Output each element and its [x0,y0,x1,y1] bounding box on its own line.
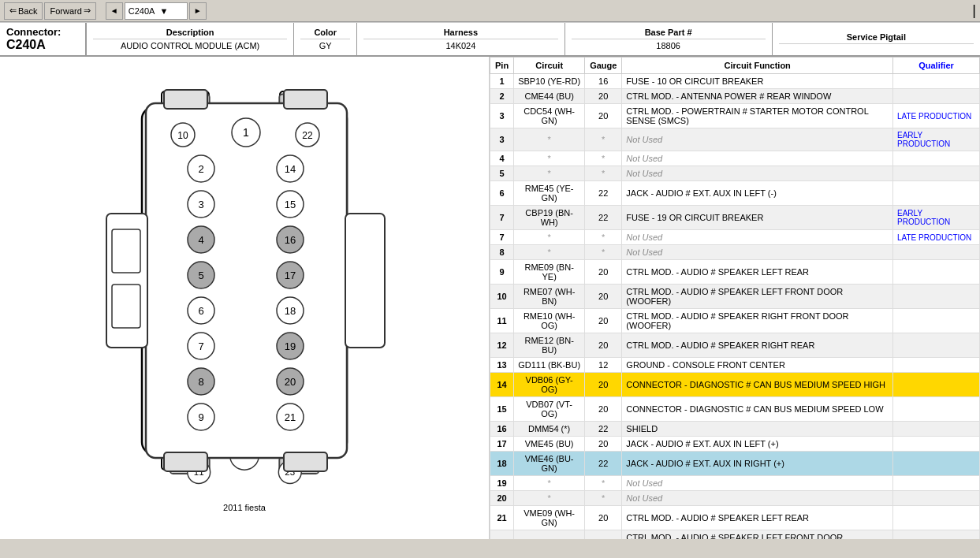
qualifier-text [893,373,980,397]
circuit-function: GROUND - CONSOLE FRONT CENTER [622,358,893,373]
svg-rect-51 [284,452,327,471]
connector-diagram-final: 1 2 14 3 15 4 16 5 17 [95,84,394,493]
gauge-value: 22 [585,422,622,437]
circuit-id: * [514,166,585,181]
print-button[interactable]: | [972,2,976,19]
print-icon: | [972,2,976,18]
table-row: 8 * * Not Used [490,245,980,260]
circuit-id: CDC54 (WH-GN) [514,104,585,128]
table-row: 5 * * Not Used [490,166,980,181]
pin-number: 16 [490,422,514,437]
description-value: AUDIO CONTROL MODULE (ACM) [93,41,287,50]
circuit-id: * [514,491,585,506]
circuit-id: GD111 (BK-BU) [514,358,585,373]
gauge-value: * [585,166,622,181]
pin-number: 6 [490,181,514,206]
circuit-id: VME07 (WH) [514,530,585,540]
qualifier-text: EARLY PRODUCTION [893,206,980,230]
gauge-value: * [585,245,622,260]
pin-number: 2 [490,89,514,104]
pin-number: 3 [490,128,514,151]
harness-label: Harness [363,28,557,39]
gauge-value: 20 [585,309,622,333]
connector-prefix: Connector: [6,26,79,38]
qualifier-text [893,333,980,358]
table-row: 15 VDB07 (VT-OG) 20 CONNECTOR - DIAGNOST… [490,397,980,422]
circuit-function: Not Used [622,245,893,260]
qualifier-text: EARLY PRODUCTION [893,128,980,151]
connector-dropdown[interactable]: C240A ▼ [125,2,188,20]
circuit-function: CTRL MOD. - POWERTRAIN # STARTER MOTOR C… [622,104,893,128]
gauge-value: 22 [585,206,622,230]
service-pigtail-cell: Service Pigtail [773,23,980,55]
circuit-function: FUSE - 10 OR CIRCUIT BREAKER [622,74,893,89]
circuit-function: CTRL MOD. - AUDIO # SPEAKER RIGHT FRONT … [622,309,893,333]
pin-number: 20 [490,491,514,506]
svg-text:1: 1 [243,126,249,139]
col-pin: Pin [490,58,514,74]
qualifier-text [893,422,980,437]
svg-text:9: 9 [198,411,203,423]
gauge-value: 20 [585,437,622,452]
harness-cell: Harness 14K024 [357,23,565,55]
circuit-id: VDB06 (GY-OG) [514,373,585,397]
circuit-function: JACK - AUDIO # EXT. AUX IN LEFT (+) [622,437,893,452]
pin-number: 8 [490,245,514,260]
gauge-value: 20 [585,397,622,422]
qualifier-text [893,358,980,373]
base-part-value: 18806 [572,41,766,50]
table-row: 22 VME07 (WH) 20 CTRL MOD. - AUDIO # SPE… [490,530,980,540]
svg-rect-48 [164,90,207,109]
circuit-function: CTRL MOD. - AUDIO # SPEAKER LEFT FRONT D… [622,530,893,540]
gauge-value: 22 [585,181,622,206]
prev-connector-button[interactable]: ◄ [106,2,123,20]
circuit-id: CBP19 (BN-WH) [514,206,585,230]
circuit-function: CONNECTOR - DIAGNOSTIC # CAN BUS MEDIUM … [622,397,893,422]
table-row: 20 * * Not Used [490,491,980,506]
pin-number: 18 [490,452,514,476]
table-area[interactable]: Pin Circuit Gauge Circuit Function Quali… [489,57,980,539]
qualifier-text [893,74,980,89]
circuit-id: * [514,476,585,491]
gauge-value: 20 [585,260,622,285]
connector-value: C240A [129,6,155,16]
qualifier-text [893,437,980,452]
circuit-function: JACK - AUDIO # EXT. AUX IN LEFT (-) [622,181,893,206]
circuit-function: Not Used [622,491,893,506]
table-row: 17 VME45 (BU) 20 JACK - AUDIO # EXT. AUX… [490,437,980,452]
qualifier-text [893,245,980,260]
color-label: Color [300,28,350,39]
connector-id-cell: Connector: C240A [0,23,87,55]
qualifier-text [893,285,980,309]
svg-text:15: 15 [285,199,296,210]
diagram-label: 2011 fiesta [223,503,266,512]
table-row: 12 RME12 (BN-BU) 20 CTRL MOD. - AUDIO # … [490,333,980,358]
svg-text:16: 16 [285,234,296,246]
table-row: 9 RME09 (BN-YE) 20 CTRL MOD. - AUDIO # S… [490,260,980,285]
col-circuit: Circuit [514,58,585,74]
gauge-value: * [585,128,622,151]
circuit-id: * [514,151,585,166]
gauge-value: 20 [585,333,622,358]
circuit-function: CONNECTOR - DIAGNOSTIC # CAN BUS MEDIUM … [622,373,893,397]
pin-number: 9 [490,260,514,285]
svg-text:5: 5 [198,270,203,281]
pin-number: 7 [490,206,514,230]
back-label: Back [18,6,37,16]
pin-number: 7 [490,230,514,245]
back-button[interactable]: ⇐ Back [4,2,43,20]
circuit-id: * [514,245,585,260]
qualifier-text [893,166,980,181]
gauge-value: 22 [585,452,622,476]
pin-number: 5 [490,166,514,181]
next-connector-button[interactable]: ► [189,2,207,20]
svg-text:6: 6 [198,305,203,317]
table-row: 11 RME10 (WH-OG) 20 CTRL MOD. - AUDIO # … [490,309,980,333]
qualifier-text [893,506,980,530]
forward-button[interactable]: Forward ⇒ [44,2,95,20]
svg-text:18: 18 [285,305,296,317]
pin-number: 11 [490,309,514,333]
circuit-id: RME09 (BN-YE) [514,260,585,285]
gauge-value: * [585,151,622,166]
circuit-function: Not Used [622,230,893,245]
